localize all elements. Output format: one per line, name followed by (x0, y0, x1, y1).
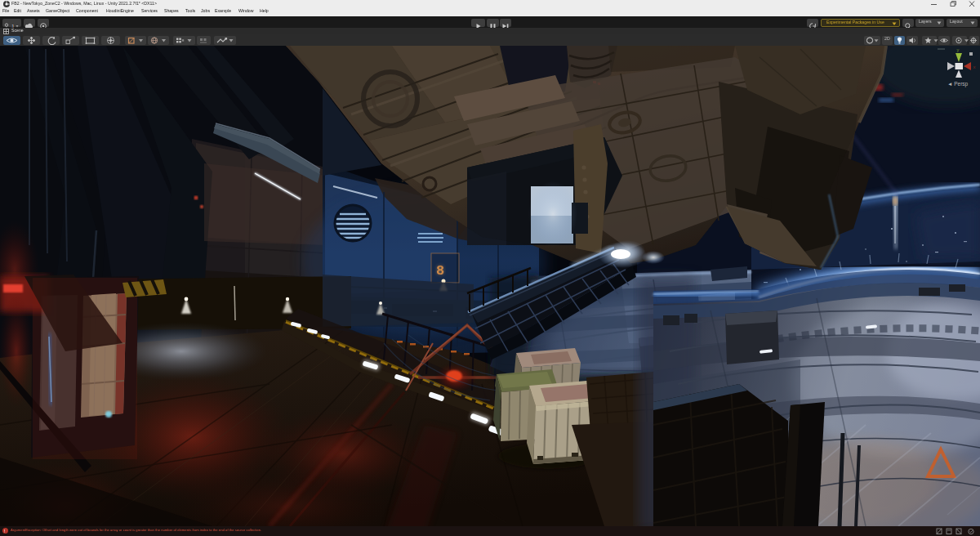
svg-text:y: y (957, 47, 960, 52)
svg-text:x: x (973, 65, 976, 69)
svg-text:◄ Persp: ◄ Persp (947, 81, 969, 87)
svg-text:8: 8 (436, 263, 444, 279)
